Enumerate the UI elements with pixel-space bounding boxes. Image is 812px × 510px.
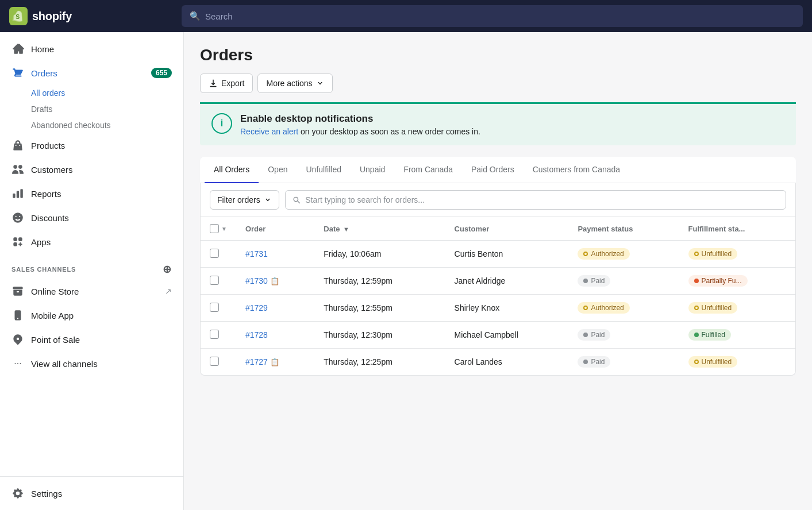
sidebar-item-view-all-channels[interactable]: ··· View all channels — [0, 351, 183, 376]
payment-status-badge: Paid — [578, 275, 610, 287]
toolbar: Export More actions — [200, 74, 796, 93]
row-checkbox-cell[interactable] — [201, 295, 236, 322]
th-date[interactable]: Date ▼ — [314, 217, 445, 241]
notification-body: Receive an alert on your desktop as soon… — [240, 127, 480, 136]
row-fulfillment-status: Fulfilled — [679, 322, 796, 349]
orders-tbody: #1731 Friday, 10:06am Curtis Benton Auth… — [201, 241, 795, 376]
search-input[interactable] — [205, 11, 795, 21]
notification-content: Enable desktop notifications Receive an … — [240, 113, 480, 136]
sidebar-item-point-of-sale[interactable]: Point of Sale — [0, 327, 183, 351]
payment-badge-dot — [583, 333, 588, 337]
sidebar-item-reports-label: Reports — [31, 189, 61, 199]
orders-section: All Orders Open Unfulfilled Unpaid From … — [200, 157, 796, 376]
subnav-drafts[interactable]: Drafts — [31, 101, 183, 117]
fulfillment-badge-dot — [694, 333, 699, 337]
payment-status-badge: Paid — [578, 356, 610, 368]
more-actions-label: More actions — [266, 79, 312, 88]
sidebar-item-online-store[interactable]: Online Store ↗ — [0, 279, 183, 303]
settings-icon — [11, 487, 24, 500]
shopify-logo-icon: S — [9, 7, 28, 25]
sidebar-item-mobile-app[interactable]: Mobile App — [0, 303, 183, 327]
sidebar-item-apps[interactable]: Apps — [0, 230, 183, 254]
sidebar-item-home[interactable]: Home — [0, 37, 183, 61]
online-store-icon — [11, 285, 24, 298]
checkbox-dropdown-caret[interactable]: ▼ — [221, 226, 227, 232]
th-order: Order — [236, 217, 314, 241]
add-sales-channel-icon[interactable]: ⊕ — [163, 263, 172, 276]
subnav-abandoned-checkouts[interactable]: Abandoned checkouts — [31, 117, 183, 133]
row-order: #1731 — [236, 241, 314, 268]
row-payment-status: Paid — [568, 322, 679, 349]
select-all-checkbox[interactable] — [210, 224, 219, 233]
main-content: Orders Export More actions i Enable desk… — [184, 32, 812, 510]
row-checkbox-cell[interactable] — [201, 322, 236, 349]
sidebar-item-orders[interactable]: Orders 655 — [0, 61, 183, 85]
external-link-icon[interactable]: ↗ — [165, 287, 172, 296]
table-row: #1729 Thursday, 12:55pm Shirley Knox Aut… — [201, 295, 795, 322]
tab-customers-from-canada[interactable]: Customers from Canada — [524, 157, 630, 183]
order-link[interactable]: #1730 — [245, 276, 268, 285]
row-customer: Shirley Knox — [445, 295, 569, 322]
sidebar: Home Orders 655 All orders Drafts Abando… — [0, 32, 184, 510]
table-row: #1731 Friday, 10:06am Curtis Benton Auth… — [201, 241, 795, 268]
notification-body-text: on your desktop as soon as a new order c… — [298, 127, 480, 136]
layout: Home Orders 655 All orders Drafts Abando… — [0, 32, 812, 510]
row-checkbox[interactable] — [210, 276, 219, 285]
sidebar-item-products[interactable]: Products — [0, 133, 183, 157]
row-customer: Janet Aldridge — [445, 268, 569, 295]
row-checkbox-cell[interactable] — [201, 349, 236, 376]
row-checkbox[interactable] — [210, 330, 219, 339]
row-checkbox[interactable] — [210, 249, 219, 258]
filter-orders-button[interactable]: Filter orders — [210, 190, 279, 210]
chevron-down-icon — [316, 79, 324, 87]
search-orders-field[interactable] — [285, 190, 786, 210]
row-date: Thursday, 12:55pm — [314, 295, 445, 322]
orders-subnav: All orders Drafts Abandoned checkouts — [0, 85, 183, 133]
subnav-all-orders[interactable]: All orders — [31, 85, 183, 101]
logo-area: S shopify — [9, 7, 182, 25]
tab-unpaid[interactable]: Unpaid — [351, 157, 394, 183]
payment-status-badge: Paid — [578, 329, 610, 341]
row-checkbox-cell[interactable] — [201, 241, 236, 268]
export-button[interactable]: Export — [200, 74, 253, 93]
notification-link[interactable]: Receive an alert — [240, 127, 298, 136]
sidebar-item-discounts[interactable]: Discounts — [0, 206, 183, 230]
customers-icon — [11, 163, 24, 176]
row-fulfillment-status: Unfulfilled — [679, 295, 796, 322]
tab-open[interactable]: Open — [259, 157, 297, 183]
row-fulfillment-status: Unfulfilled — [679, 241, 796, 268]
sidebar-item-orders-label: Orders — [31, 68, 57, 78]
order-link[interactable]: #1731 — [245, 249, 268, 258]
settings-label: Settings — [31, 489, 62, 499]
info-icon: i — [211, 113, 232, 134]
row-customer: Carol Landes — [445, 349, 569, 376]
row-date: Friday, 10:06am — [314, 241, 445, 268]
tab-unfulfilled[interactable]: Unfulfilled — [297, 157, 350, 183]
order-link[interactable]: #1729 — [245, 303, 268, 312]
fulfillment-badge-dot — [694, 279, 699, 283]
ellipsis-icon: ··· — [11, 357, 24, 370]
sidebar-item-customers[interactable]: Customers — [0, 157, 183, 181]
svg-text:S: S — [16, 14, 20, 20]
row-checkbox[interactable] — [210, 357, 219, 366]
row-payment-status: Authorized — [568, 241, 679, 268]
row-checkbox[interactable] — [210, 303, 219, 312]
row-order: #1729 — [236, 295, 314, 322]
row-checkbox-cell[interactable] — [201, 268, 236, 295]
sidebar-item-settings[interactable]: Settings — [0, 481, 183, 505]
payment-status-badge: Authorized — [578, 248, 629, 260]
fulfillment-badge-dot — [694, 360, 699, 364]
orders-card: Filter orders — [200, 183, 796, 376]
row-order: #1730📋 — [236, 268, 314, 295]
search-orders-input[interactable] — [305, 195, 779, 204]
order-link[interactable]: #1727 — [245, 357, 268, 366]
notification-banner: i Enable desktop notifications Receive a… — [200, 102, 796, 145]
tab-from-canada[interactable]: From Canada — [394, 157, 462, 183]
sidebar-item-reports[interactable]: Reports — [0, 181, 183, 206]
tab-all-orders[interactable]: All Orders — [205, 157, 259, 183]
row-payment-status: Paid — [568, 268, 679, 295]
search-bar[interactable]: 🔍 — [182, 5, 803, 27]
order-link[interactable]: #1728 — [245, 330, 268, 339]
tab-paid-orders[interactable]: Paid Orders — [462, 157, 524, 183]
more-actions-button[interactable]: More actions — [257, 74, 332, 93]
